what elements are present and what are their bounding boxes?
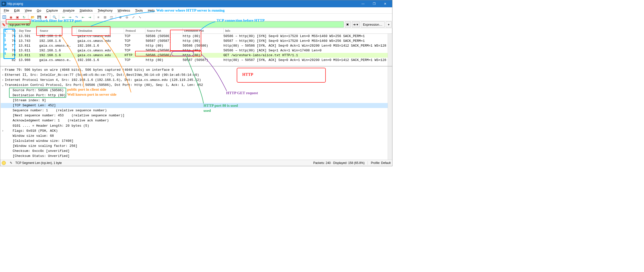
column-header[interactable]: Source Port bbox=[145, 28, 183, 33]
detail-line[interactable]: Sequence number: 1 (relative sequence nu… bbox=[1, 108, 392, 113]
app-window: http.pcapng — ❐ ✕ FileEditViewGoCaptureA… bbox=[0, 0, 392, 166]
menu-item[interactable]: Edit bbox=[12, 8, 22, 13]
title-bar: http.pcapng — ❐ ✕ bbox=[0, 0, 392, 7]
column-header[interactable]: No bbox=[0, 28, 17, 33]
packet-list-pane[interactable]: NoDay TimeSourceDestinationProtocolSourc… bbox=[0, 28, 392, 66]
toolbar-btn[interactable]: ⊞ bbox=[102, 14, 108, 20]
menu-item[interactable]: Wireless bbox=[115, 8, 133, 13]
menu-item[interactable]: Telephony bbox=[95, 8, 115, 13]
menu-item[interactable]: Capture bbox=[44, 8, 60, 13]
toolbar-btn[interactable]: ◫ bbox=[108, 14, 114, 20]
toolbar-btn[interactable] bbox=[1, 14, 7, 20]
detail-line[interactable]: Destination Port: http (80) bbox=[1, 93, 392, 98]
menu-item[interactable]: File bbox=[1, 8, 12, 13]
column-header[interactable]: Destination bbox=[77, 28, 124, 33]
status-packets: Packets: 240 · Displayed: 158 (65.8%) bbox=[313, 161, 365, 165]
window-title: http.pcapng bbox=[7, 2, 23, 6]
toolbar-btn[interactable]: ▣ bbox=[14, 14, 20, 20]
menu-item[interactable]: Go bbox=[34, 8, 44, 13]
status-bar: ✎ TCP Segment Len (tcp.len), 1 byte Pack… bbox=[0, 160, 392, 166]
edit-icon[interactable]: ✎ bbox=[10, 161, 12, 165]
packet-row[interactable]: 7813.811192.168.1.6gaia.cs.umass.eduTCP5… bbox=[0, 48, 392, 53]
toolbar-btn[interactable]: 📂 bbox=[30, 14, 36, 20]
filter-apply-button[interactable]: ➔ ▾ bbox=[352, 21, 360, 27]
scrollbar[interactable] bbox=[388, 28, 392, 66]
packet-details-pane[interactable]: ›Frame 79: 506 bytes on wire (4048 bits)… bbox=[0, 66, 392, 160]
menu-item[interactable]: Statistics bbox=[77, 8, 95, 13]
detail-line[interactable]: 0101 .... = Header Length: 20 bytes (5) bbox=[1, 123, 392, 128]
toolbar-btn[interactable]: 💾 bbox=[36, 14, 42, 20]
filter-add-button[interactable]: + bbox=[386, 21, 392, 27]
detail-line[interactable]: ›Ethernet II, Src: IntelCor_8c:ce:77 (5c… bbox=[1, 73, 392, 78]
toolbar-btn[interactable]: ⤡ bbox=[137, 14, 143, 20]
toolbar-btn[interactable]: ⤢ bbox=[130, 14, 136, 20]
column-header[interactable]: Destination Port bbox=[183, 28, 224, 33]
toolbar-btn[interactable]: ⊕ bbox=[117, 14, 123, 20]
toolbar-btn[interactable]: ↻ bbox=[21, 14, 27, 20]
menu-item[interactable]: Analyze bbox=[60, 8, 77, 13]
toolbar-btn[interactable]: ◉ bbox=[8, 14, 14, 20]
toolbar-btn[interactable]: ⊖ bbox=[124, 14, 130, 20]
detail-line[interactable]: [Window size scaling factor: 256] bbox=[1, 144, 392, 149]
status-field: TCP Segment Len (tcp.len), 1 byte bbox=[15, 161, 62, 165]
maximize-button[interactable]: ❐ bbox=[369, 0, 380, 7]
display-filter-input[interactable] bbox=[8, 21, 344, 27]
detail-line[interactable]: ⌄Transmission Control Protocol, Src Port… bbox=[1, 83, 392, 88]
scrollbar[interactable] bbox=[388, 66, 392, 160]
detail-line[interactable]: [Checksum Status: Unverified] bbox=[1, 154, 392, 159]
menu-item[interactable]: View bbox=[22, 8, 34, 13]
detail-line[interactable]: ›Internet Protocol Version 4, Src: 192.1… bbox=[1, 78, 392, 83]
detail-line[interactable]: [Calculated window size: 17408] bbox=[1, 139, 392, 144]
menu-item[interactable]: Tools bbox=[133, 8, 145, 13]
status-profile[interactable]: Profile: Default bbox=[368, 161, 391, 165]
toolbar-btn[interactable]: 🔍 bbox=[52, 14, 58, 20]
app-icon bbox=[2, 2, 6, 6]
column-header[interactable]: Info bbox=[224, 28, 392, 33]
toolbar-btn[interactable]: ⇒ bbox=[67, 14, 73, 20]
toolbar-btn[interactable]: ⇐ bbox=[60, 14, 66, 20]
detail-line[interactable]: [Next sequence number: 453 (relative seq… bbox=[1, 113, 392, 118]
column-header[interactable]: Protocol bbox=[124, 28, 145, 33]
detail-line[interactable]: › Flags: 0x018 (PSH, ACK) bbox=[1, 128, 392, 133]
toolbar-btn[interactable]: ≡ bbox=[95, 14, 101, 20]
detail-line[interactable]: [TCP Segment Len: 452] bbox=[1, 103, 392, 108]
close-button[interactable]: ✕ bbox=[380, 0, 391, 7]
expert-info-icon[interactable] bbox=[2, 161, 6, 165]
detail-line[interactable]: [Stream index: 9] bbox=[1, 98, 392, 103]
detail-line[interactable]: Checksum: 0xcc0c [unverified] bbox=[1, 149, 392, 154]
filter-bar: 🔖 ✖ ➔ ▾ Expression… + bbox=[0, 21, 392, 28]
packet-row[interactable]: 7913.811192.168.1.6gaia.cs.umass.eduHTTP… bbox=[0, 53, 392, 58]
expression-button[interactable]: Expression… bbox=[361, 21, 385, 27]
toolbar-btn[interactable]: ⇤ bbox=[80, 14, 86, 20]
column-header[interactable]: Source bbox=[38, 28, 77, 33]
packet-row[interactable]: 8213.988gaia.cs.umass.e…192.168.1.6TCPht… bbox=[0, 58, 392, 62]
toolbar-btn[interactable]: ✖ bbox=[43, 14, 49, 20]
menu-item[interactable]: Help bbox=[145, 8, 157, 13]
bookmark-icon[interactable]: 🔖 bbox=[1, 21, 7, 27]
main-toolbar: ◉ ▣ ↻ 📂 💾 ✖ 🔍 ⇐ ⇒ ↷ ⇤ ⇥ ≡ ⊞ ◫ ⊕ ⊖ ⤢ ⤡ bbox=[0, 14, 392, 21]
toolbar-btn[interactable]: ⇥ bbox=[87, 14, 93, 20]
packet-row[interactable]: 7513.591192.168.1.6gaia.cs.umass.eduTCP5… bbox=[0, 34, 392, 39]
packet-row[interactable]: 7713.811gaia.cs.umass.e…192.168.1.6TCPht… bbox=[0, 43, 392, 48]
detail-line[interactable]: Source Port: 50586 (50586) bbox=[1, 88, 392, 93]
filter-clear-button[interactable]: ✖ bbox=[345, 21, 351, 27]
packet-row[interactable]: 7613.743192.168.1.6gaia.cs.umass.eduTCP5… bbox=[0, 39, 392, 43]
detail-line[interactable]: Acknowledgment number: 1 (relative ack n… bbox=[1, 118, 392, 123]
column-header[interactable]: Day Time bbox=[17, 28, 38, 33]
detail-line[interactable]: ›Frame 79: 506 bytes on wire (4048 bits)… bbox=[1, 67, 392, 73]
menu-bar: FileEditViewGoCaptureAnalyzeStatisticsTe… bbox=[0, 7, 392, 14]
detail-line[interactable]: Window size value: 68 bbox=[1, 133, 392, 139]
toolbar-btn[interactable]: ↷ bbox=[73, 14, 79, 20]
minimize-button[interactable]: — bbox=[357, 0, 369, 7]
